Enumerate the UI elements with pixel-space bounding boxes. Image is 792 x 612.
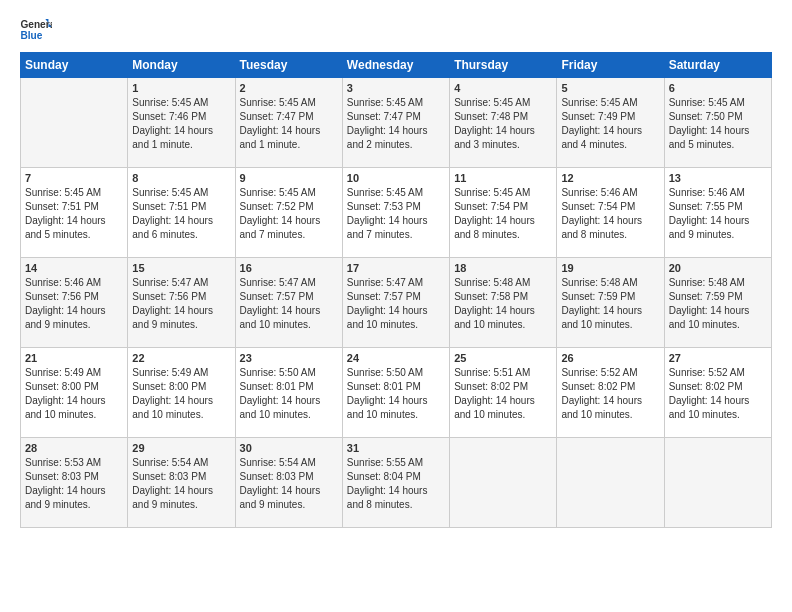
weekday-friday: Friday (557, 53, 664, 78)
day-info: Sunrise: 5:47 AMSunset: 7:57 PMDaylight:… (240, 276, 338, 332)
day-number: 5 (561, 82, 659, 94)
calendar-cell: 8Sunrise: 5:45 AMSunset: 7:51 PMDaylight… (128, 168, 235, 258)
day-number: 18 (454, 262, 552, 274)
day-number: 6 (669, 82, 767, 94)
day-info: Sunrise: 5:55 AMSunset: 8:04 PMDaylight:… (347, 456, 445, 512)
day-number: 19 (561, 262, 659, 274)
calendar-cell: 31Sunrise: 5:55 AMSunset: 8:04 PMDayligh… (342, 438, 449, 528)
day-info: Sunrise: 5:46 AMSunset: 7:55 PMDaylight:… (669, 186, 767, 242)
day-number: 2 (240, 82, 338, 94)
week-row-0: 1Sunrise: 5:45 AMSunset: 7:46 PMDaylight… (21, 78, 772, 168)
calendar-cell: 9Sunrise: 5:45 AMSunset: 7:52 PMDaylight… (235, 168, 342, 258)
day-info: Sunrise: 5:54 AMSunset: 8:03 PMDaylight:… (240, 456, 338, 512)
calendar-cell: 27Sunrise: 5:52 AMSunset: 8:02 PMDayligh… (664, 348, 771, 438)
svg-text:Blue: Blue (20, 30, 42, 41)
day-info: Sunrise: 5:45 AMSunset: 7:46 PMDaylight:… (132, 96, 230, 152)
calendar-cell: 26Sunrise: 5:52 AMSunset: 8:02 PMDayligh… (557, 348, 664, 438)
week-row-4: 28Sunrise: 5:53 AMSunset: 8:03 PMDayligh… (21, 438, 772, 528)
day-number: 13 (669, 172, 767, 184)
day-number: 4 (454, 82, 552, 94)
calendar-cell: 15Sunrise: 5:47 AMSunset: 7:56 PMDayligh… (128, 258, 235, 348)
day-info: Sunrise: 5:49 AMSunset: 8:00 PMDaylight:… (132, 366, 230, 422)
day-number: 16 (240, 262, 338, 274)
calendar-cell: 28Sunrise: 5:53 AMSunset: 8:03 PMDayligh… (21, 438, 128, 528)
calendar-cell: 3Sunrise: 5:45 AMSunset: 7:47 PMDaylight… (342, 78, 449, 168)
calendar-cell: 19Sunrise: 5:48 AMSunset: 7:59 PMDayligh… (557, 258, 664, 348)
day-info: Sunrise: 5:45 AMSunset: 7:49 PMDaylight:… (561, 96, 659, 152)
weekday-tuesday: Tuesday (235, 53, 342, 78)
calendar-table: SundayMondayTuesdayWednesdayThursdayFrid… (20, 52, 772, 528)
calendar-cell: 4Sunrise: 5:45 AMSunset: 7:48 PMDaylight… (450, 78, 557, 168)
day-info: Sunrise: 5:53 AMSunset: 8:03 PMDaylight:… (25, 456, 123, 512)
day-info: Sunrise: 5:50 AMSunset: 8:01 PMDaylight:… (240, 366, 338, 422)
weekday-header-row: SundayMondayTuesdayWednesdayThursdayFrid… (21, 53, 772, 78)
day-info: Sunrise: 5:48 AMSunset: 7:58 PMDaylight:… (454, 276, 552, 332)
calendar-cell: 14Sunrise: 5:46 AMSunset: 7:56 PMDayligh… (21, 258, 128, 348)
calendar-cell: 25Sunrise: 5:51 AMSunset: 8:02 PMDayligh… (450, 348, 557, 438)
calendar-cell: 20Sunrise: 5:48 AMSunset: 7:59 PMDayligh… (664, 258, 771, 348)
day-info: Sunrise: 5:50 AMSunset: 8:01 PMDaylight:… (347, 366, 445, 422)
calendar-cell: 13Sunrise: 5:46 AMSunset: 7:55 PMDayligh… (664, 168, 771, 258)
day-info: Sunrise: 5:46 AMSunset: 7:56 PMDaylight:… (25, 276, 123, 332)
calendar-cell: 24Sunrise: 5:50 AMSunset: 8:01 PMDayligh… (342, 348, 449, 438)
day-info: Sunrise: 5:45 AMSunset: 7:54 PMDaylight:… (454, 186, 552, 242)
day-info: Sunrise: 5:45 AMSunset: 7:51 PMDaylight:… (132, 186, 230, 242)
calendar-cell: 5Sunrise: 5:45 AMSunset: 7:49 PMDaylight… (557, 78, 664, 168)
calendar-cell: 11Sunrise: 5:45 AMSunset: 7:54 PMDayligh… (450, 168, 557, 258)
day-number: 24 (347, 352, 445, 364)
day-info: Sunrise: 5:47 AMSunset: 7:56 PMDaylight:… (132, 276, 230, 332)
calendar-body: 1Sunrise: 5:45 AMSunset: 7:46 PMDaylight… (21, 78, 772, 528)
day-number: 27 (669, 352, 767, 364)
day-number: 23 (240, 352, 338, 364)
day-number: 22 (132, 352, 230, 364)
week-row-3: 21Sunrise: 5:49 AMSunset: 8:00 PMDayligh… (21, 348, 772, 438)
day-info: Sunrise: 5:52 AMSunset: 8:02 PMDaylight:… (669, 366, 767, 422)
calendar-cell (21, 78, 128, 168)
calendar-cell: 10Sunrise: 5:45 AMSunset: 7:53 PMDayligh… (342, 168, 449, 258)
day-info: Sunrise: 5:45 AMSunset: 7:48 PMDaylight:… (454, 96, 552, 152)
calendar-cell: 1Sunrise: 5:45 AMSunset: 7:46 PMDaylight… (128, 78, 235, 168)
day-number: 12 (561, 172, 659, 184)
calendar-cell: 22Sunrise: 5:49 AMSunset: 8:00 PMDayligh… (128, 348, 235, 438)
weekday-monday: Monday (128, 53, 235, 78)
day-number: 20 (669, 262, 767, 274)
weekday-wednesday: Wednesday (342, 53, 449, 78)
calendar-cell: 17Sunrise: 5:47 AMSunset: 7:57 PMDayligh… (342, 258, 449, 348)
calendar-cell (664, 438, 771, 528)
day-info: Sunrise: 5:45 AMSunset: 7:47 PMDaylight:… (240, 96, 338, 152)
calendar-cell: 12Sunrise: 5:46 AMSunset: 7:54 PMDayligh… (557, 168, 664, 258)
day-number: 30 (240, 442, 338, 454)
day-number: 11 (454, 172, 552, 184)
week-row-1: 7Sunrise: 5:45 AMSunset: 7:51 PMDaylight… (21, 168, 772, 258)
day-info: Sunrise: 5:45 AMSunset: 7:53 PMDaylight:… (347, 186, 445, 242)
day-info: Sunrise: 5:49 AMSunset: 8:00 PMDaylight:… (25, 366, 123, 422)
day-number: 26 (561, 352, 659, 364)
calendar-cell: 16Sunrise: 5:47 AMSunset: 7:57 PMDayligh… (235, 258, 342, 348)
day-number: 31 (347, 442, 445, 454)
week-row-2: 14Sunrise: 5:46 AMSunset: 7:56 PMDayligh… (21, 258, 772, 348)
calendar-cell: 23Sunrise: 5:50 AMSunset: 8:01 PMDayligh… (235, 348, 342, 438)
logo: General Blue (20, 16, 52, 44)
calendar-cell: 30Sunrise: 5:54 AMSunset: 8:03 PMDayligh… (235, 438, 342, 528)
weekday-sunday: Sunday (21, 53, 128, 78)
day-info: Sunrise: 5:54 AMSunset: 8:03 PMDaylight:… (132, 456, 230, 512)
day-number: 25 (454, 352, 552, 364)
calendar-cell (557, 438, 664, 528)
day-info: Sunrise: 5:52 AMSunset: 8:02 PMDaylight:… (561, 366, 659, 422)
calendar-cell: 2Sunrise: 5:45 AMSunset: 7:47 PMDaylight… (235, 78, 342, 168)
day-info: Sunrise: 5:46 AMSunset: 7:54 PMDaylight:… (561, 186, 659, 242)
calendar-cell: 29Sunrise: 5:54 AMSunset: 8:03 PMDayligh… (128, 438, 235, 528)
calendar-cell: 6Sunrise: 5:45 AMSunset: 7:50 PMDaylight… (664, 78, 771, 168)
weekday-thursday: Thursday (450, 53, 557, 78)
calendar-cell: 18Sunrise: 5:48 AMSunset: 7:58 PMDayligh… (450, 258, 557, 348)
day-number: 1 (132, 82, 230, 94)
logo-icon: General Blue (20, 16, 52, 44)
day-info: Sunrise: 5:51 AMSunset: 8:02 PMDaylight:… (454, 366, 552, 422)
day-number: 3 (347, 82, 445, 94)
day-info: Sunrise: 5:48 AMSunset: 7:59 PMDaylight:… (669, 276, 767, 332)
day-number: 29 (132, 442, 230, 454)
day-number: 21 (25, 352, 123, 364)
calendar-cell (450, 438, 557, 528)
day-number: 9 (240, 172, 338, 184)
day-number: 15 (132, 262, 230, 274)
